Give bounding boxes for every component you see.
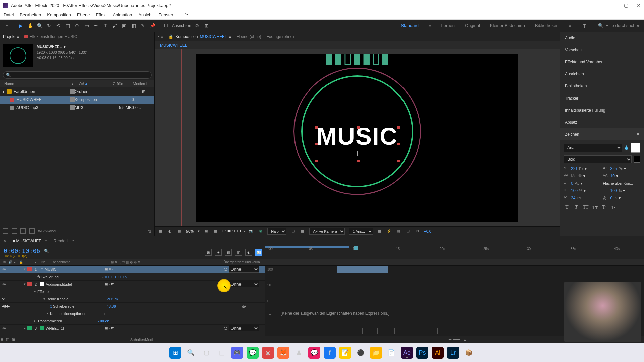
dropdown-icon[interactable]: ▾ — [64, 44, 66, 50]
trash-icon[interactable]: 🗑 — [148, 229, 152, 233]
whatsapp-icon[interactable]: 💬 — [247, 347, 259, 359]
kerning-field[interactable]: VAMetrik ▾ — [564, 173, 601, 179]
transparency-icon[interactable]: ▦ — [300, 229, 305, 234]
alpha-icon[interactable]: ▦ — [158, 229, 163, 234]
all-caps-icon[interactable]: TT — [582, 205, 589, 211]
tab-footage[interactable]: Footage (ohne) — [266, 34, 294, 39]
obs-icon[interactable]: ⚫ — [355, 347, 367, 359]
tsume-field[interactable]: あ0 % ▾ — [603, 195, 641, 201]
workspace-original[interactable]: Original — [465, 23, 480, 28]
next-key-icon[interactable]: ▶ — [7, 304, 10, 308]
explorer-icon[interactable]: 📁 — [370, 347, 382, 359]
selection-handle[interactable] — [397, 143, 400, 145]
motion-blur-icon[interactable]: ◐ — [245, 249, 252, 256]
add-key-icon[interactable]: ◆ — [4, 304, 7, 308]
work-area-bar[interactable] — [265, 246, 349, 248]
menu-komposition[interactable]: Komposition — [47, 12, 71, 17]
audio-col-icon[interactable]: 🔊 — [8, 260, 14, 264]
shape-tool-icon[interactable]: ▭ — [83, 22, 90, 29]
app-icon[interactable]: ◉ — [262, 347, 274, 359]
pen-tool-icon[interactable]: ✒ — [93, 22, 99, 29]
panel-audio[interactable]: Audio — [560, 32, 644, 44]
orbit-tool-icon[interactable]: ↻ — [46, 22, 52, 29]
twirl-icon[interactable]: ▾ — [42, 297, 47, 301]
taskview-icon[interactable]: ▢ — [200, 347, 212, 359]
table-row[interactable]: AUDIO.mp3 MP3 5,5 MB 0:0... — [0, 104, 154, 112]
font-family-select[interactable]: Arial — [564, 144, 622, 152]
property-row[interactable]: ▸ Kompositionsoptionen + – — [0, 310, 265, 317]
new-folder-icon[interactable] — [20, 228, 26, 234]
visibility-icon[interactable]: 👁 — [2, 267, 6, 272]
font-size-field[interactable]: tT221 Px ▾ — [564, 166, 601, 171]
stroke-field[interactable]: ≡0 Px ▾ — [564, 181, 601, 186]
panel-zeichen[interactable]: Zeichen≡ — [560, 128, 644, 140]
menu-datei[interactable]: Datei — [4, 12, 14, 17]
font-style-select[interactable]: Bold — [564, 155, 632, 163]
notepad-icon[interactable]: 📄 — [385, 347, 397, 359]
proxy-icon[interactable]: ⊞ — [203, 22, 210, 29]
playhead[interactable] — [354, 246, 358, 250]
comp-flowchart-icon[interactable]: ⊞ — [205, 249, 212, 256]
label-swatch[interactable] — [70, 97, 75, 102]
puppet-tool-icon[interactable]: 📌 — [149, 22, 156, 29]
eye-col-icon[interactable]: 👁 — [3, 260, 8, 264]
playhead-line[interactable] — [356, 266, 356, 336]
timeline-tab[interactable]: ■ MUSICWHEEL ≡ — [13, 239, 47, 243]
home-icon[interactable]: ⌂ — [4, 22, 10, 29]
tracking-field[interactable]: VA10 ▾ — [603, 173, 641, 179]
property-row[interactable]: ▾ Effekte — [0, 288, 265, 295]
camera-tool-icon[interactable]: ◫ — [64, 22, 71, 29]
col-size[interactable]: Größe — [111, 82, 131, 86]
twirl-icon[interactable]: ▾ — [22, 267, 27, 272]
firefox-icon[interactable]: 🦊 — [277, 347, 289, 359]
pickwhip-icon[interactable]: @ — [224, 282, 227, 286]
graph-editor-icon[interactable]: 📊 — [255, 249, 262, 256]
viewport[interactable]: ▮▮▯▮▮▯▮ MUSIC — [155, 49, 560, 226]
maximize-button[interactable]: ▢ — [624, 3, 628, 8]
property-row[interactable]: ⏱ Skalierung ∞ 100,0,100,0% — [0, 273, 265, 281]
app-icon[interactable]: 📝 — [339, 347, 351, 359]
property-row[interactable]: ◀◆▶ ⏱ Schieberegler 48,36 @ — [0, 303, 265, 310]
workspace-overflow-icon[interactable]: » — [569, 23, 571, 28]
zoom-out-icon[interactable]: — — [442, 338, 446, 342]
graph-fit-all-icon[interactable] — [388, 328, 395, 334]
workspace-standard[interactable]: Standard — [401, 23, 419, 28]
app-icon[interactable]: ♟ — [293, 347, 305, 359]
stroke-color-swatch[interactable] — [634, 156, 640, 163]
selection-handle[interactable] — [315, 126, 318, 129]
tab-ebene[interactable]: Ebene (ohne) — [237, 34, 261, 39]
selection-handle[interactable] — [357, 160, 360, 162]
twirl-icon[interactable]: ▸ — [22, 326, 27, 330]
selection-handle[interactable] — [315, 160, 318, 162]
parent-dropdown[interactable]: Ohne — [229, 266, 259, 273]
camera-dropdown[interactable]: Aktive Kamera — [309, 228, 345, 235]
search-taskbar-icon[interactable]: 🔍 — [185, 347, 197, 359]
brush-tool-icon[interactable]: 🖌 — [111, 22, 118, 29]
workspace-bibliotheken[interactable]: Bibliotheken — [535, 23, 559, 28]
adjust-icon[interactable] — [29, 228, 35, 234]
timeline-icon[interactable]: ▤ — [396, 229, 401, 234]
menu-effekt[interactable]: Effekt — [96, 12, 107, 17]
messenger-icon[interactable]: 💬 — [308, 347, 320, 359]
vscale-field[interactable]: T100 % ▾ — [603, 188, 641, 193]
table-row[interactable]: ▸Farbflächen Ordner ⊞ — [0, 87, 154, 96]
zoom-dropdown[interactable]: 50% — [186, 229, 194, 233]
zoom-tool-icon[interactable]: 🔍 — [36, 22, 43, 29]
fast-preview-icon[interactable]: ⚡ — [386, 229, 392, 234]
selection-handle[interactable] — [397, 126, 400, 129]
col-name[interactable]: Name — [3, 82, 70, 86]
label-swatch[interactable] — [70, 105, 75, 110]
graph-eye-icon[interactable] — [356, 328, 363, 334]
photoshop-icon[interactable]: Ps — [416, 347, 428, 359]
draft-3d-icon[interactable]: ✦ — [215, 249, 222, 256]
timeline-close-icon[interactable]: × — [4, 239, 6, 243]
aftereffects-icon[interactable]: Ae — [401, 347, 413, 359]
toggle-switches-icon[interactable]: ⊞ — [0, 337, 3, 342]
views-dropdown[interactable]: 1 Ans... — [349, 228, 373, 235]
faux-italic-icon[interactable]: T — [573, 205, 580, 211]
layer-row[interactable]: 👁 ▸ 3 [WHEEL_1] ⊞/fx @Ohne — [0, 325, 265, 332]
breadcrumb[interactable]: MUSICWHEEL — [155, 41, 560, 49]
stopwatch-icon[interactable]: ⏱ — [49, 304, 53, 308]
workspace-kleiner[interactable]: Kleiner Bildschirm — [490, 23, 525, 28]
grid-icon[interactable]: ⊞ — [204, 229, 209, 234]
